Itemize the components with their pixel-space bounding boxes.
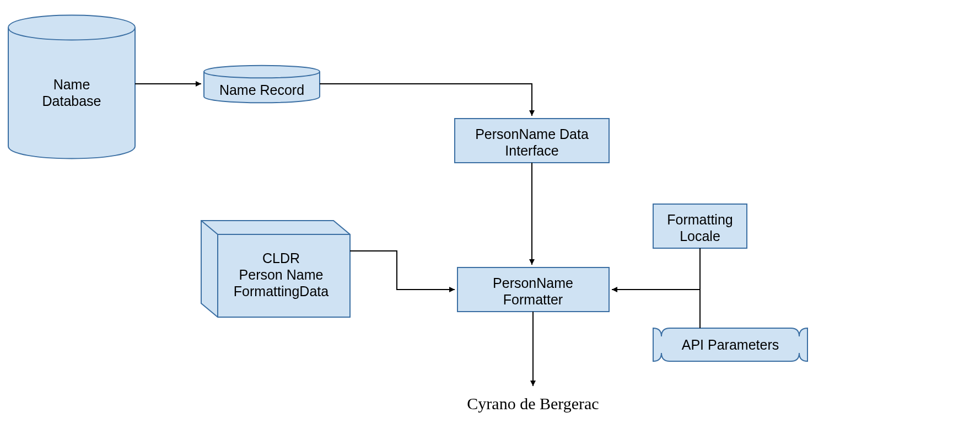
- output-text: Cyrano de Bergerac: [467, 394, 599, 413]
- node-name-database-label-1: Name: [53, 77, 90, 92]
- diagram-canvas: Name Database Name Record PersonName Dat…: [0, 0, 980, 439]
- node-pndi-label-2: Interface: [505, 143, 558, 158]
- node-name-database-label-2: Database: [42, 93, 101, 109]
- arrow-cldr-to-pnf: [350, 251, 455, 290]
- node-fl-label-1: Formatting: [667, 212, 733, 227]
- node-name-record-label: Name Record: [219, 82, 304, 98]
- node-cldr-label-3: FormattingData: [234, 283, 329, 299]
- node-cldr-formatting-data: CLDR Person Name FormattingData: [201, 221, 350, 317]
- node-api-parameters: API Parameters: [653, 328, 807, 361]
- node-person-name-formatter: PersonName Formatter: [457, 267, 609, 312]
- node-api-label: API Parameters: [682, 337, 779, 352]
- node-name-database: Name Database: [8, 15, 135, 159]
- node-fl-label-2: Locale: [680, 228, 720, 244]
- node-pnf-label-1: PersonName: [493, 275, 573, 291]
- node-cldr-label-2: Person Name: [239, 267, 324, 282]
- node-formatting-locale: Formatting Locale: [653, 204, 747, 248]
- node-cldr-label-1: CLDR: [262, 250, 300, 266]
- node-name-record: Name Record: [204, 66, 320, 103]
- node-pndi-label-1: PersonName Data: [475, 126, 589, 142]
- arrow-record-to-pndi: [320, 84, 532, 116]
- node-person-name-data-interface: PersonName Data Interface: [455, 119, 609, 163]
- node-pnf-label-2: Formatter: [503, 292, 563, 307]
